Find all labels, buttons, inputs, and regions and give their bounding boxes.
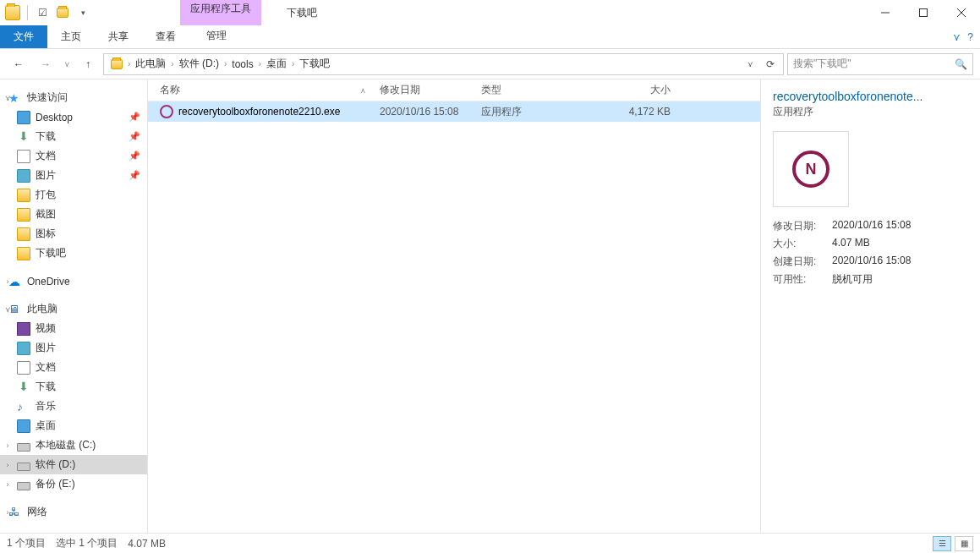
maximize-button[interactable] bbox=[904, 0, 942, 25]
svg-rect-1 bbox=[919, 9, 927, 17]
navbar: ← → ⋎ ↑ › 此电脑 › 软件 (D:) › tools › 桌面 › 下… bbox=[0, 49, 980, 79]
sidebar-item-drive-e[interactable]: ›备份 (E:) bbox=[0, 474, 147, 494]
download-icon: ⬇ bbox=[17, 381, 30, 394]
main-area: ⋎ ★ 快速访问 Desktop📌 ⬇下载📌 文档📌 图片📌 打包 截图 图标 … bbox=[0, 79, 980, 533]
meta-key: 创建日期: bbox=[773, 255, 824, 269]
help-icon[interactable]: ? bbox=[967, 31, 973, 43]
meta-value: 4.07 MB bbox=[832, 237, 968, 251]
sort-asc-icon: ⋏ bbox=[360, 86, 366, 95]
sidebar-item-label: 音乐 bbox=[36, 399, 56, 413]
view-details-button[interactable]: ☰ bbox=[933, 536, 951, 551]
close-button[interactable] bbox=[942, 0, 980, 25]
address-dropdown-icon[interactable]: ⋎ bbox=[741, 55, 759, 74]
chevron-right-icon[interactable]: › bbox=[128, 59, 130, 68]
chevron-right-icon[interactable]: › bbox=[3, 461, 12, 469]
refresh-icon[interactable]: ⟳ bbox=[761, 55, 780, 74]
meta-value: 2020/10/16 15:08 bbox=[832, 219, 968, 233]
picture-icon bbox=[17, 169, 30, 183]
chevron-down-icon[interactable]: ⋎ bbox=[3, 94, 12, 102]
tab-home[interactable]: 主页 bbox=[47, 25, 95, 48]
recent-dropdown-icon[interactable]: ⋎ bbox=[61, 52, 73, 76]
sidebar-item-documents[interactable]: 文档📌 bbox=[0, 146, 147, 166]
forward-button[interactable]: → bbox=[34, 52, 57, 76]
crumb-tools[interactable]: tools bbox=[228, 57, 256, 72]
tab-manage[interactable]: 管理 bbox=[193, 25, 240, 48]
chevron-right-icon[interactable]: › bbox=[292, 59, 294, 68]
search-icon: 🔍 bbox=[955, 58, 967, 70]
navigation-sidebar[interactable]: ⋎ ★ 快速访问 Desktop📌 ⬇下载📌 文档📌 图片📌 打包 截图 图标 … bbox=[0, 79, 148, 533]
details-thumbnail bbox=[773, 131, 849, 207]
sidebar-item-drive-d[interactable]: ›软件 (D:) bbox=[0, 455, 147, 474]
sidebar-item-downloads[interactable]: ⬇下载📌 bbox=[0, 127, 147, 146]
qat-customize-icon[interactable]: ▾ bbox=[74, 3, 92, 22]
crumb-desktop[interactable]: 桌面 bbox=[263, 55, 290, 73]
tab-file[interactable]: 文件 bbox=[0, 25, 47, 48]
chevron-right-icon[interactable]: › bbox=[3, 480, 12, 489]
music-icon: ♪ bbox=[17, 400, 30, 413]
chevron-right-icon[interactable]: › bbox=[3, 277, 12, 286]
up-button[interactable]: ↑ bbox=[76, 52, 100, 76]
status-size: 4.07 MB bbox=[128, 538, 166, 550]
sidebar-item-folder[interactable]: 截图 bbox=[0, 205, 147, 224]
sidebar-item-downloads[interactable]: ⬇下载 bbox=[0, 377, 147, 397]
minimize-button[interactable] bbox=[866, 0, 904, 25]
sidebar-item-label: 文档 bbox=[36, 360, 56, 375]
window-title: 下载吧 bbox=[261, 0, 866, 25]
onenote-icon bbox=[792, 151, 829, 188]
sidebar-item-pictures[interactable]: 图片 bbox=[0, 338, 147, 358]
crumb-drive[interactable]: 软件 (D:) bbox=[176, 55, 222, 73]
sidebar-item-label: 图片 bbox=[36, 341, 56, 355]
back-button[interactable]: ← bbox=[7, 52, 30, 76]
sidebar-item-folder[interactable]: 打包 bbox=[0, 185, 147, 205]
folder-icon bbox=[17, 208, 30, 222]
chevron-down-icon[interactable]: ⋎ bbox=[3, 305, 12, 314]
file-list[interactable]: 名称⋏ 修改日期 类型 大小 recoverytoolboxforonenote… bbox=[148, 79, 760, 533]
qat-properties-icon[interactable]: ☑ bbox=[33, 3, 52, 22]
view-thumbnails-button[interactable]: ▦ bbox=[955, 536, 973, 551]
search-input[interactable]: 搜索"下载吧" 🔍 bbox=[787, 53, 973, 75]
crumb-current[interactable]: 下载吧 bbox=[296, 55, 333, 73]
video-icon bbox=[17, 322, 30, 336]
col-name[interactable]: 名称⋏ bbox=[153, 83, 373, 97]
sidebar-item-folder[interactable]: 下载吧 bbox=[0, 244, 147, 263]
pin-icon: 📌 bbox=[129, 170, 140, 181]
sidebar-item-drive-c[interactable]: ›本地磁盘 (C:) bbox=[0, 435, 147, 455]
file-row[interactable]: recoverytoolboxforonenote2210.exe 2020/1… bbox=[148, 101, 760, 122]
sidebar-item-documents[interactable]: 文档 bbox=[0, 358, 147, 377]
chevron-right-icon[interactable]: › bbox=[3, 508, 12, 517]
sidebar-onedrive[interactable]: › ☁ OneDrive bbox=[0, 271, 147, 291]
details-metadata: 修改日期:2020/10/16 15:08 大小:4.07 MB 创建日期:20… bbox=[773, 219, 968, 287]
chevron-right-icon[interactable]: › bbox=[259, 59, 261, 68]
tab-view[interactable]: 查看 bbox=[142, 25, 189, 48]
file-name-cell: recoverytoolboxforonenote2210.exe bbox=[153, 105, 373, 118]
meta-key: 大小: bbox=[773, 237, 824, 251]
sidebar-item-videos[interactable]: 视频 bbox=[0, 319, 147, 338]
window-controls bbox=[866, 0, 980, 25]
context-tab-label: 应用程序工具 bbox=[180, 0, 261, 25]
sidebar-item-label: 图标 bbox=[36, 227, 56, 241]
column-headers: 名称⋏ 修改日期 类型 大小 bbox=[148, 79, 760, 101]
chevron-right-icon[interactable]: › bbox=[171, 59, 173, 68]
sidebar-network[interactable]: › 🖧 网络 bbox=[0, 502, 147, 522]
document-icon bbox=[17, 361, 30, 375]
sidebar-item-desktop[interactable]: Desktop📌 bbox=[0, 107, 147, 127]
col-size[interactable]: 大小 bbox=[576, 83, 677, 97]
qat-newfolder-icon[interactable] bbox=[53, 3, 72, 22]
col-type[interactable]: 类型 bbox=[474, 83, 576, 97]
sidebar-item-pictures[interactable]: 图片📌 bbox=[0, 166, 147, 185]
sidebar-thispc[interactable]: ⋎ 🖥 此电脑 bbox=[0, 299, 147, 319]
chevron-right-icon[interactable]: › bbox=[224, 59, 227, 68]
search-placeholder: 搜索"下载吧" bbox=[793, 57, 950, 71]
sidebar-item-music[interactable]: ♪音乐 bbox=[0, 397, 147, 416]
meta-key: 可用性: bbox=[773, 272, 824, 287]
chevron-right-icon[interactable]: › bbox=[3, 441, 12, 450]
address-bar[interactable]: › 此电脑 › 软件 (D:) › tools › 桌面 › 下载吧 ⋎ ⟳ bbox=[103, 53, 784, 75]
crumb-thispc[interactable]: 此电脑 bbox=[132, 55, 169, 73]
sidebar-item-label: 下载 bbox=[36, 380, 56, 394]
sidebar-item-folder[interactable]: 图标 bbox=[0, 224, 147, 244]
sidebar-quick-access[interactable]: ⋎ ★ 快速访问 bbox=[0, 88, 147, 107]
ribbon-expand-icon[interactable]: ⋎ bbox=[953, 31, 961, 43]
sidebar-item-desktop[interactable]: 桌面 bbox=[0, 416, 147, 435]
col-date[interactable]: 修改日期 bbox=[373, 83, 474, 97]
tab-share[interactable]: 共享 bbox=[95, 25, 142, 48]
